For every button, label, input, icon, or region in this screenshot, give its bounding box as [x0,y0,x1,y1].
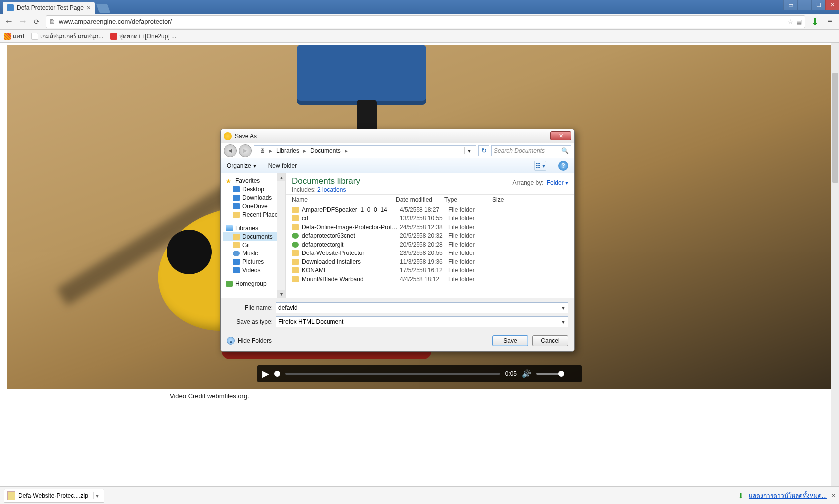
window-panel-icon[interactable]: ▭ [783,0,797,10]
view-options-button[interactable]: ☷ ▾ [534,161,546,171]
volume-track[interactable] [536,373,564,375]
window-maximize-icon[interactable]: ☐ [811,0,825,10]
device-icon[interactable]: ▤ [796,18,802,25]
file-modified: 23/5/2558 20:55 [400,250,448,256]
search-placeholder: Search Documents [494,147,545,154]
nav-tree: ★Favorites Desktop Downloads OneDrive Re… [221,173,286,298]
nav-back-button[interactable]: ◄ [224,144,237,157]
tree-item-onedrive[interactable]: OneDrive [223,202,285,210]
fullscreen-icon[interactable]: ⛶ [569,370,577,378]
file-row[interactable]: AmparePDFSpeaker_1_0_0_144/5/2558 18:27F… [286,205,574,214]
help-button[interactable]: ? [558,161,568,171]
download-indicator-icon[interactable]: ⬇ [809,16,820,27]
show-all-downloads-link[interactable]: แสดงการดาวน์โหลดทั้งหมด... [749,491,827,500]
nav-forward-icon: → [18,17,28,27]
savetype-select[interactable]: Firefox HTML Document▼ [276,316,568,327]
tree-scrollbar[interactable]: ▴▾ [277,173,285,298]
file-modified: 17/5/2558 16:12 [400,267,448,274]
file-row[interactable]: cd13/3/2558 10:55File folder [286,214,574,223]
col-modified[interactable]: Date modified [396,196,444,203]
search-icon[interactable]: 🔍 [561,147,569,154]
tree-favorites[interactable]: ★Favorites [223,176,285,185]
file-modified: 20/5/2558 20:32 [400,232,448,239]
organize-button[interactable]: Organize ▾ [227,162,256,169]
file-modified: 4/5/2558 18:27 [400,206,448,213]
tree-libraries[interactable]: Libraries [223,224,285,232]
download-item[interactable]: Defa-Website-Protec....zip ▾ [4,489,104,503]
chevron-down-icon[interactable]: ▾ [93,492,101,499]
file-row[interactable]: Mount&Blade Warband4/4/2558 18:12File fo… [286,275,574,284]
reload-icon[interactable]: ⟳ [32,17,42,27]
menu-icon[interactable]: ≡ [824,16,835,27]
decorative-shape [297,45,426,105]
tab-close-icon[interactable]: × [87,4,91,12]
file-row[interactable]: Downloaded Installers11/3/2558 19:36File… [286,257,574,266]
tree-item-git[interactable]: Git [223,241,285,249]
arrange-value[interactable]: Folder ▾ [547,179,568,186]
window-minimize-icon[interactable]: ─ [797,0,811,10]
seek-thumb[interactable] [274,371,280,377]
tree-item-desktop[interactable]: Desktop [223,185,285,193]
browser-tab[interactable]: Defa Protector Test Page × [3,2,95,14]
breadcrumb-segment[interactable]: Documents [307,146,344,156]
file-row[interactable]: defaprotectorgit20/5/2558 20:28File fold… [286,240,574,249]
save-button[interactable]: Save [492,335,528,346]
bookmark-label: สุดยอด++[One2up] ... [119,31,176,41]
tree-item-downloads[interactable]: Downloads [223,193,285,202]
breadcrumb-root-icon[interactable]: 🖥 [256,146,268,156]
nav-forward-button: ► [239,144,252,157]
file-type: File folder [448,267,496,274]
tree-item-pictures[interactable]: Pictures [223,257,285,266]
star-icon[interactable]: ☆ [788,18,793,25]
includes-label: Includes: [292,186,316,193]
chevron-down-icon[interactable]: ▼ [561,319,566,325]
window-close-icon[interactable]: ✕ [825,0,839,10]
col-name[interactable]: Name [286,196,396,203]
file-row[interactable]: KONAMI17/5/2558 16:12File folder [286,266,574,275]
col-type[interactable]: Type [444,196,492,203]
close-shelf-icon[interactable]: × [832,492,835,499]
tree-item-documents[interactable]: Documents [223,232,285,241]
seek-track[interactable] [285,373,500,375]
bookmark-apps[interactable]: แอป [4,31,24,41]
file-modified: 4/4/2558 18:12 [400,276,448,283]
chevron-down-icon[interactable]: ▼ [561,305,566,311]
cancel-button[interactable]: Cancel [532,335,568,346]
dialog-close-button[interactable]: ✕ [550,131,571,140]
includes-link[interactable]: 2 locations [317,186,346,193]
tree-item-videos[interactable]: Videos [223,266,285,274]
page-scrollbar[interactable] [831,43,839,486]
col-size[interactable]: Size [492,196,574,203]
tree-item-music[interactable]: Music [223,249,285,257]
address-bar[interactable]: 🗎 www.ampareengine.com/defaprotector/ ☆ … [46,15,805,28]
file-name: Downloaded Installers [302,258,400,265]
breadcrumb-dropdown-icon[interactable]: ▾ [464,147,474,154]
bookmark-item[interactable]: สุดยอด++[One2up] ... [110,31,176,41]
file-row[interactable]: Defa-Website-Protector23/5/2558 20:55Fil… [286,249,574,258]
tree-homegroup[interactable]: Homegroup [223,279,285,288]
video-credit: Video Credit webmfiles.org. [7,389,832,400]
refresh-button[interactable]: ↻ [478,145,489,156]
breadcrumb-segment[interactable]: Libraries [273,146,302,156]
nav-back-icon[interactable]: ← [4,17,14,27]
file-type: File folder [448,215,496,222]
bookmark-item[interactable]: เกมส์สนุกเกอร์ เกมสนุก... [31,31,103,41]
filename-input[interactable]: defavid▼ [276,302,568,313]
file-row[interactable]: Defa-Online-Image-Protector-Protect-I...… [286,223,574,232]
file-row[interactable]: defaprotector63cnet20/5/2558 20:32File f… [286,232,574,241]
url-text: www.ampareengine.com/defaprotector/ [59,18,785,25]
tree-item-recent[interactable]: Recent Places [223,210,285,219]
search-input[interactable]: Search Documents 🔍 [491,145,571,156]
hide-folders-button[interactable]: ▴Hide Folders [227,337,272,345]
video-time: 0:05 [505,370,517,377]
file-modified: 13/3/2558 10:55 [400,215,448,222]
breadcrumb[interactable]: 🖥▸ Libraries▸ Documents▸ ▾ [254,145,476,156]
play-icon[interactable]: ▶ [262,368,269,379]
page-icon: 🗎 [49,18,56,25]
new-folder-button[interactable]: New folder [268,162,297,169]
file-type: File folder [448,232,496,239]
folder-icon [292,259,299,265]
new-tab-button[interactable] [96,4,111,13]
file-type: File folder [448,206,496,213]
volume-icon[interactable]: 🔊 [522,369,531,378]
